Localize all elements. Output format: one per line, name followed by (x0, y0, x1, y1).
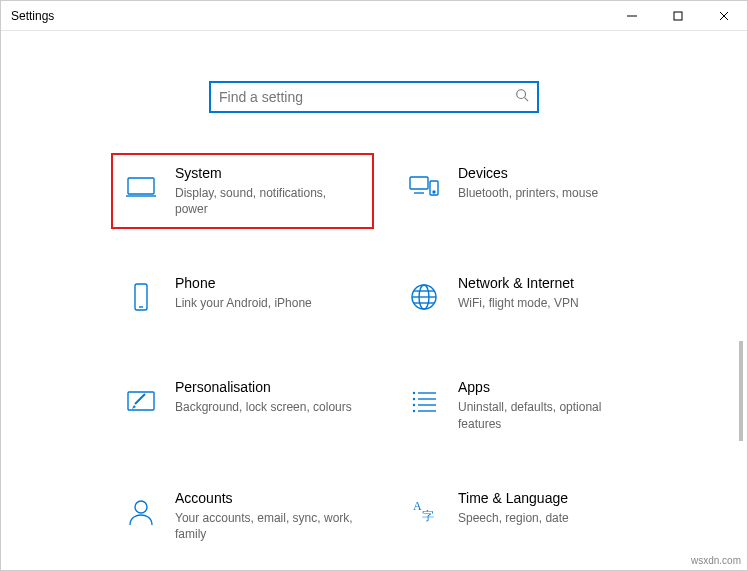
system-icon (121, 167, 161, 207)
tile-title: Personalisation (175, 379, 364, 395)
personalisation-icon (121, 381, 161, 421)
svg-point-4 (517, 90, 526, 99)
search-box[interactable] (209, 81, 539, 113)
accounts-icon (121, 492, 161, 532)
tile-subtitle: Bluetooth, printers, mouse (458, 185, 638, 201)
svg-point-23 (413, 398, 415, 400)
svg-rect-8 (410, 177, 428, 189)
time-language-icon: A 字 (404, 492, 444, 532)
svg-point-27 (413, 410, 415, 412)
scrollbar-thumb[interactable] (739, 341, 743, 441)
apps-icon (404, 381, 444, 421)
svg-rect-12 (135, 284, 147, 310)
tile-title: Phone (175, 275, 364, 291)
tile-subtitle: Uninstall, defaults, optional features (458, 399, 638, 431)
tile-title: Network & Internet (458, 275, 647, 291)
minimize-icon (627, 11, 637, 21)
tile-phone[interactable]: Phone Link your Android, iPhone (111, 263, 374, 333)
maximize-icon (673, 11, 683, 21)
network-icon (404, 277, 444, 317)
svg-text:A: A (413, 499, 422, 513)
svg-line-20 (135, 394, 145, 404)
phone-icon (121, 277, 161, 317)
watermark: wsxdn.com (691, 555, 741, 566)
titlebar: Settings (1, 1, 747, 31)
svg-rect-1 (674, 12, 682, 20)
tile-network[interactable]: Network & Internet WiFi, flight mode, VP… (394, 263, 657, 333)
header-area (1, 31, 747, 41)
tile-accounts[interactable]: Accounts Your accounts, email, sync, wor… (111, 478, 374, 554)
minimize-button[interactable] (609, 1, 655, 31)
tile-title: System (175, 165, 364, 181)
tile-apps[interactable]: Apps Uninstall, defaults, optional featu… (394, 367, 657, 443)
maximize-button[interactable] (655, 1, 701, 31)
close-button[interactable] (701, 1, 747, 31)
search-icon (515, 88, 529, 106)
tile-title: Devices (458, 165, 647, 181)
svg-line-5 (525, 98, 529, 102)
tile-time-language[interactable]: A 字 Time & Language Speech, region, date (394, 478, 657, 554)
settings-grid: System Display, sound, notifications, po… (1, 153, 747, 554)
tile-subtitle: Link your Android, iPhone (175, 295, 355, 311)
svg-point-10 (433, 191, 435, 193)
tile-devices[interactable]: Devices Bluetooth, printers, mouse (394, 153, 657, 229)
tile-title: Time & Language (458, 490, 647, 506)
tile-title: Apps (458, 379, 647, 395)
tile-system[interactable]: System Display, sound, notifications, po… (111, 153, 374, 229)
window-title: Settings (11, 9, 54, 23)
tile-subtitle: Your accounts, email, sync, work, family (175, 510, 355, 542)
tile-subtitle: Speech, region, date (458, 510, 638, 526)
close-icon (719, 11, 729, 21)
search-row (1, 81, 747, 113)
tile-subtitle: Background, lock screen, colours (175, 399, 355, 415)
scrollbar[interactable] (731, 41, 745, 550)
tile-subtitle: Display, sound, notifications, power (175, 185, 355, 217)
svg-text:字: 字 (422, 509, 434, 523)
search-input[interactable] (219, 89, 515, 105)
svg-point-25 (413, 404, 415, 406)
devices-icon (404, 167, 444, 207)
svg-rect-6 (128, 178, 154, 194)
svg-point-21 (413, 392, 415, 394)
tile-personalisation[interactable]: Personalisation Background, lock screen,… (111, 367, 374, 443)
svg-point-29 (135, 501, 147, 513)
svg-rect-19 (128, 392, 154, 410)
tile-title: Accounts (175, 490, 364, 506)
tile-subtitle: WiFi, flight mode, VPN (458, 295, 638, 311)
